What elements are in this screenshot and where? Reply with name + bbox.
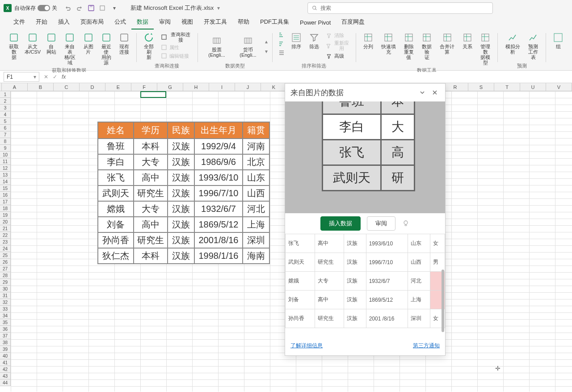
extracted-cell[interactable]: 1996/7/10 — [366, 253, 408, 272]
chevron-down-icon[interactable]: ▾ — [34, 74, 36, 80]
extracted-cell[interactable]: 深圳 — [408, 309, 430, 328]
lightbulb-icon[interactable] — [402, 219, 410, 228]
worksheet-area[interactable]: ABCDEFGHIJKLMNOPQRSTUV 12345678910111213… — [0, 83, 572, 392]
extracted-cell[interactable]: 研究生 — [315, 253, 344, 272]
row-header[interactable]: 6 — [0, 125, 11, 131]
row-header[interactable]: 35 — [0, 319, 11, 326]
col-header[interactable]: U — [520, 83, 546, 91]
extracted-cell[interactable]: 1869/5/12 — [366, 291, 408, 309]
qat-more-button[interactable] — [98, 4, 107, 13]
search-input[interactable] — [320, 5, 489, 11]
filter-button[interactable]: 筛选 — [306, 31, 323, 50]
datatool-btn-4[interactable]: 合并计算 — [436, 31, 458, 55]
tab-5[interactable]: 数据 — [131, 15, 154, 30]
group-button[interactable]: 组 — [550, 31, 567, 50]
extracted-cell[interactable]: 河北 — [408, 272, 430, 291]
row-header[interactable]: 22 — [0, 232, 11, 239]
row-header[interactable]: 12 — [0, 165, 11, 172]
extracted-cell[interactable]: 高中 — [315, 234, 344, 253]
insert-data-button[interactable]: 插入数据 — [320, 216, 361, 231]
row-header[interactable]: 23 — [0, 239, 11, 245]
row-header[interactable]: 17 — [0, 198, 11, 205]
row-header[interactable]: 29 — [0, 279, 11, 286]
query-item-0[interactable]: 查询和连接 — [159, 31, 194, 43]
sort-custom-button[interactable] — [276, 49, 287, 57]
undo-button[interactable] — [63, 4, 72, 13]
row-header[interactable]: 31 — [0, 292, 11, 299]
cancel-formula-button[interactable]: ✕ — [42, 73, 50, 81]
toggle-switch[interactable] — [38, 5, 50, 11]
tab-8[interactable]: 开发工具 — [198, 15, 232, 30]
save-button[interactable] — [87, 4, 96, 13]
row-header[interactable]: 33 — [0, 306, 11, 312]
datatool-btn-1[interactable]: 快速填充 — [378, 31, 400, 55]
extracted-cell[interactable]: 汉族 — [344, 253, 366, 272]
col-header[interactable]: V — [546, 83, 572, 91]
row-header[interactable]: 27 — [0, 266, 11, 272]
refresh-all-button[interactable]: 全部刷 新 — [140, 31, 158, 61]
tab-9[interactable]: 帮助 — [232, 15, 255, 30]
row-header[interactable]: 2 — [0, 98, 11, 105]
extracted-cell[interactable]: 女 — [430, 234, 445, 253]
getdata-btn-4[interactable]: 从图 片 — [80, 31, 97, 55]
source-image-preview[interactable]: 鲁班本李白大张飞高武则天研 — [285, 101, 445, 213]
row-header[interactable]: 39 — [0, 346, 11, 353]
row-header[interactable]: 13 — [0, 172, 11, 178]
col-header[interactable]: D — [80, 83, 105, 91]
extracted-cell[interactable]: 孙尚香 — [286, 309, 315, 328]
row-header[interactable]: 43 — [0, 373, 11, 379]
datatool-btn-5[interactable]: 关系 — [459, 31, 476, 50]
getdata-btn-5[interactable]: 最近使 用的源 — [98, 31, 115, 66]
search-box[interactable] — [307, 2, 493, 14]
row-header[interactable]: 37 — [0, 333, 11, 339]
tab-1[interactable]: 开始 — [30, 15, 53, 30]
more-info-link[interactable]: 了解详细信息 — [290, 342, 323, 350]
getdata-btn-2[interactable]: 自 网站 — [43, 31, 60, 55]
qat-customize-button[interactable]: ▾ — [110, 4, 119, 13]
dropdown-icon[interactable]: ▾ — [217, 5, 220, 11]
tab-11[interactable]: Power Pivot — [294, 17, 336, 30]
row-header[interactable]: 32 — [0, 299, 11, 306]
getdata-btn-6[interactable]: 现有 连接 — [116, 31, 133, 55]
extracted-cell[interactable]: 男 — [430, 253, 445, 272]
filter-item-2[interactable]: 高级 — [324, 52, 352, 60]
extracted-cell[interactable]: 2001 /8/16 — [366, 309, 408, 328]
sort-desc-button[interactable] — [276, 40, 287, 48]
extracted-cell[interactable]: 山东 — [408, 234, 430, 253]
tab-4[interactable]: 公式 — [109, 15, 131, 30]
row-header[interactable]: 3 — [0, 105, 11, 111]
extracted-cell[interactable]: 汉族 — [344, 291, 366, 309]
col-header[interactable]: F — [131, 83, 157, 91]
row-header[interactable]: 41 — [0, 359, 11, 366]
row-header[interactable]: 16 — [0, 192, 11, 198]
sort-button[interactable]: 排序 — [288, 31, 305, 50]
row-header[interactable]: 15 — [0, 185, 11, 192]
row-header[interactable]: 26 — [0, 259, 11, 266]
col-header[interactable]: C — [54, 83, 80, 91]
third-party-link[interactable]: 第三方通知 — [413, 342, 440, 350]
datatool-btn-3[interactable]: 数据验 证 — [418, 31, 435, 61]
row-header[interactable]: 18 — [0, 205, 11, 212]
datatype-btn-1[interactable]: 货币 (Engli... — [233, 34, 263, 59]
col-header[interactable]: G — [157, 83, 183, 91]
row-header[interactable]: 14 — [0, 178, 11, 185]
datatool-btn-6[interactable]: 管理数 据模型 — [477, 31, 494, 66]
row-header[interactable]: 28 — [0, 272, 11, 279]
row-header[interactable]: 25 — [0, 252, 11, 259]
col-header[interactable]: K — [261, 83, 287, 91]
extracted-data-grid[interactable]: 张飞高中汉族1993/6/10山东女武则天研究生汉族1996/7/10山西男嫦娥… — [285, 234, 445, 337]
document-name[interactable]: 新建 Microsoft Excel 工作表.xlsx — [130, 4, 214, 12]
row-header[interactable]: 30 — [0, 286, 11, 292]
row-header[interactable]: 20 — [0, 219, 11, 225]
fx-icon[interactable]: fx — [62, 74, 66, 80]
close-pane-button[interactable] — [430, 88, 440, 97]
col-header[interactable]: J — [235, 83, 261, 91]
row-header[interactable]: 11 — [0, 158, 11, 165]
formula-input[interactable] — [68, 72, 572, 82]
tab-6[interactable]: 审阅 — [154, 15, 176, 30]
row-header[interactable]: 40 — [0, 353, 11, 359]
forecast-btn-1[interactable]: 预测 工作表 — [525, 31, 542, 61]
row-header[interactable]: 38 — [0, 339, 11, 346]
tab-10[interactable]: PDF工具集 — [255, 15, 294, 30]
col-header[interactable]: R — [442, 83, 468, 91]
